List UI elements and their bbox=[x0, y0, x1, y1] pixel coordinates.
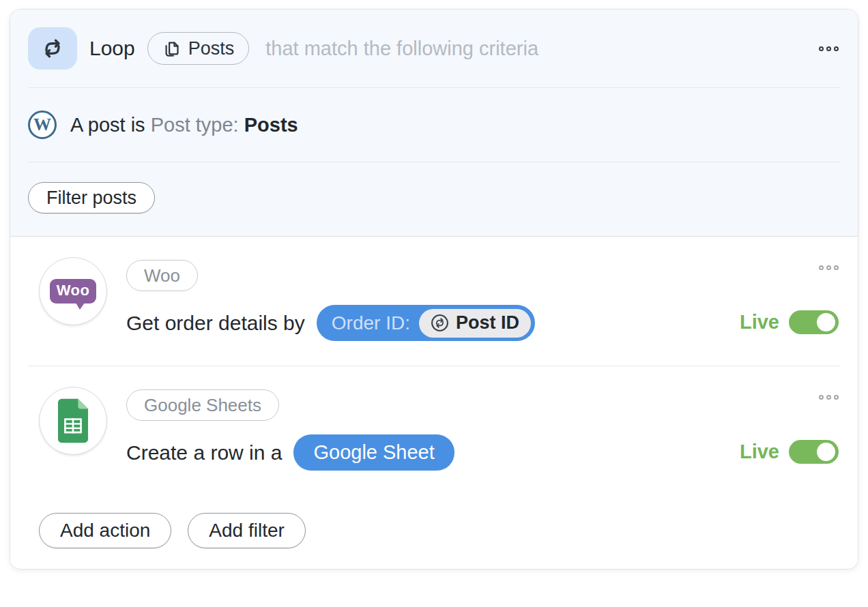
wordpress-icon: W bbox=[28, 110, 57, 139]
loop-items-chip[interactable]: Posts bbox=[147, 32, 250, 65]
action-sentence-text: Get order details by bbox=[126, 312, 305, 335]
filter-row: Filter posts bbox=[10, 162, 858, 236]
live-toggle[interactable] bbox=[789, 440, 839, 464]
loop-icon bbox=[28, 27, 77, 70]
live-status: Live bbox=[740, 310, 839, 334]
google-sheets-logo bbox=[55, 398, 91, 444]
token-label: Order ID: bbox=[332, 312, 410, 334]
live-label: Live bbox=[740, 311, 779, 334]
woo-logo-bubble: Woo bbox=[50, 279, 97, 304]
token-value: Post ID bbox=[456, 312, 519, 334]
action-side: Live bbox=[740, 387, 839, 471]
action-main: Woo Get order details by Order ID: Post … bbox=[126, 257, 721, 341]
action-sentence: Create a row in a Google Sheet bbox=[126, 434, 721, 471]
action-side: Live bbox=[740, 257, 839, 341]
action-row-woo: Woo Woo Get order details by Order ID: bbox=[10, 237, 858, 366]
action-sentence-text: Create a row in a bbox=[126, 441, 282, 464]
integration-chip-woo: Woo bbox=[126, 260, 198, 291]
woo-logo-text: Woo bbox=[57, 282, 90, 299]
add-action-button[interactable]: Add action bbox=[39, 513, 171, 548]
loop-items-chip-label: Posts bbox=[188, 38, 235, 59]
action-main: Google Sheets Create a row in a Google S… bbox=[126, 387, 721, 471]
loop-section: Loop Posts that match the following crit… bbox=[10, 10, 858, 237]
toggle-knob bbox=[817, 313, 835, 331]
action-menu-button[interactable] bbox=[819, 265, 839, 270]
toggle-knob bbox=[817, 443, 835, 461]
live-status: Live bbox=[740, 440, 839, 464]
automation-loop-card: Loop Posts that match the following crit… bbox=[10, 9, 858, 569]
action-sentence: Get order details by Order ID: Post ID bbox=[126, 305, 721, 341]
token-value-pill: Post ID bbox=[419, 309, 531, 338]
live-toggle[interactable] bbox=[789, 310, 839, 334]
loop-trigger-row: W A post is Post type: Posts bbox=[10, 88, 858, 162]
order-id-token[interactable]: Order ID: Post ID bbox=[317, 305, 535, 341]
woocommerce-icon: Woo bbox=[39, 257, 107, 325]
action-menu-button[interactable] bbox=[819, 395, 839, 400]
action-row-google-sheets: Google Sheets Create a row in a Google S… bbox=[10, 366, 858, 495]
google-sheet-button[interactable]: Google Sheet bbox=[293, 434, 454, 471]
footer-buttons: Add action Add filter bbox=[10, 495, 858, 569]
trigger-prefix: A post is bbox=[70, 114, 145, 136]
trigger-field-label: Post type: bbox=[151, 114, 239, 136]
integration-chip-google-sheets: Google Sheets bbox=[126, 389, 279, 421]
loop-circle-icon bbox=[431, 314, 449, 332]
loop-menu-button[interactable] bbox=[819, 46, 839, 51]
wordpress-monogram: W bbox=[33, 116, 51, 134]
live-label: Live bbox=[740, 441, 779, 463]
filter-posts-button[interactable]: Filter posts bbox=[28, 182, 155, 213]
loop-header: Loop Posts that match the following crit… bbox=[10, 10, 858, 87]
trigger-sentence[interactable]: A post is Post type: Posts bbox=[70, 114, 298, 136]
google-sheets-icon bbox=[39, 387, 107, 455]
loop-title: Loop bbox=[89, 37, 135, 60]
trigger-field-value: Posts bbox=[244, 114, 298, 136]
loop-criteria-placeholder: that match the following criteria bbox=[265, 38, 538, 60]
add-filter-button[interactable]: Add filter bbox=[188, 513, 306, 548]
copy-pages-icon bbox=[162, 40, 181, 58]
loop-repeat-icon bbox=[40, 36, 65, 61]
